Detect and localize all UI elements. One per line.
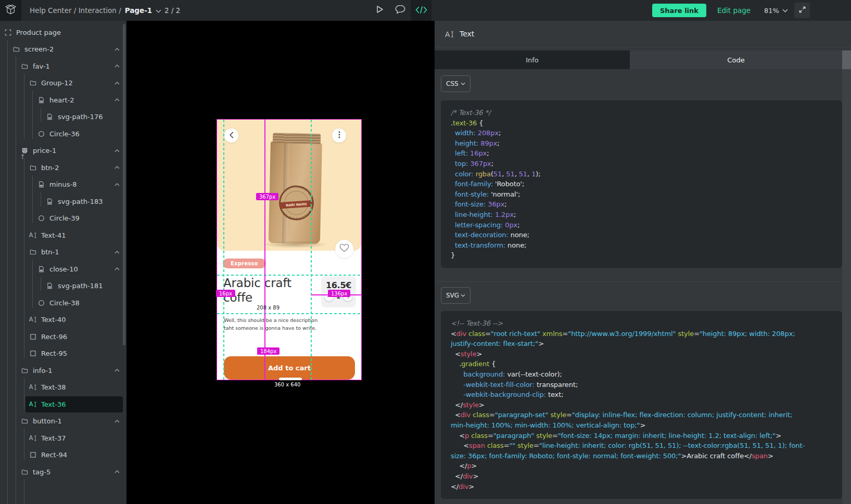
edit-page-link[interactable]: Edit page bbox=[717, 0, 751, 21]
tab-info[interactable]: Info bbox=[435, 50, 630, 69]
layer-tree: Product pagescreen-2fav-1Group-12heart-2… bbox=[0, 21, 126, 504]
fullscreen-icon bbox=[798, 6, 806, 16]
layer-item-heart-2[interactable]: heart-2 bbox=[0, 92, 126, 109]
chevron-up-icon[interactable] bbox=[115, 251, 120, 254]
measurement-bottom: 184px bbox=[257, 347, 280, 355]
chevron-up-icon[interactable] bbox=[115, 82, 120, 85]
rect-icon bbox=[29, 333, 36, 340]
tree-indent-guide bbox=[24, 158, 24, 358]
layer-label: info-1 bbox=[33, 367, 53, 374]
layer-item-circle-38[interactable]: Circle-38 bbox=[0, 294, 126, 312]
panel-scrollbar-thumb[interactable] bbox=[842, 50, 851, 69]
layer-item-rect-94[interactable]: Rect-94 bbox=[0, 447, 126, 464]
layer-label: tag-5 bbox=[33, 468, 50, 476]
inspector-header: A Text bbox=[435, 21, 851, 47]
layer-item-svg-path-176[interactable]: svg-path-176 bbox=[0, 109, 126, 126]
chevron-up-icon[interactable] bbox=[115, 166, 120, 169]
layer-item-svg-path-183[interactable]: svg-path-183 bbox=[0, 193, 126, 210]
panel-scrollbar[interactable] bbox=[842, 50, 851, 504]
layer-item-screen-2[interactable]: screen-2 bbox=[0, 41, 126, 58]
chevron-up-icon[interactable] bbox=[115, 64, 120, 68]
product-description: Well, this should be a nice description … bbox=[224, 316, 323, 332]
code-line: <span class="" style="line-height: inher… bbox=[451, 441, 832, 451]
layer-item-text-41[interactable]: AText-41 bbox=[0, 227, 126, 244]
play-button[interactable] bbox=[369, 0, 390, 21]
tree-indent-guide bbox=[32, 175, 33, 224]
home-indicator bbox=[279, 378, 302, 380]
layer-item-fav-1[interactable]: fav-1 bbox=[0, 58, 126, 75]
layer-item-text-40[interactable]: AText-40 bbox=[0, 312, 126, 329]
code-line: font-style: 'normal'; bbox=[451, 189, 832, 200]
breadcrumb[interactable]: Help Center / Interaction / Page-1 bbox=[30, 0, 161, 21]
layer-item-minus-8[interactable]: minus-8 bbox=[0, 176, 126, 193]
zoom-level-control[interactable]: 81% bbox=[764, 0, 788, 21]
css-language-dropdown[interactable]: CSS bbox=[441, 75, 471, 92]
text-icon: A bbox=[29, 231, 36, 239]
layer-item-rect-96[interactable]: Rect-96 bbox=[0, 328, 126, 345]
code-line: <!-- Text-36 --> bbox=[451, 318, 832, 329]
layer-item-btn-2[interactable]: btn-2 bbox=[0, 159, 126, 176]
measurement-top: 367px bbox=[256, 193, 278, 200]
layer-item-btn-1[interactable]: btn-1 bbox=[0, 244, 126, 261]
tree-indent-guide bbox=[24, 480, 24, 504]
comments-button[interactable] bbox=[390, 0, 411, 21]
chevron-up-icon[interactable] bbox=[115, 98, 120, 101]
tree-indent-guide bbox=[7, 40, 8, 504]
code-view-button[interactable] bbox=[411, 0, 431, 21]
tab-code[interactable]: Code bbox=[630, 50, 842, 69]
add-to-cart-button[interactable]: Add to cart bbox=[224, 356, 355, 380]
product-image: 100% ORGANIC COLOMBIAN COFFEE NARI NAHU bbox=[269, 133, 323, 246]
chevron-down-icon bbox=[461, 82, 465, 85]
layer-item-text-38[interactable]: AText-38 bbox=[0, 379, 126, 396]
topbar-tools bbox=[369, 0, 431, 21]
coffee-stamp: 100% ORGANIC COLOMBIAN COFFEE NARI NAHU bbox=[277, 184, 315, 222]
more-menu-button[interactable] bbox=[332, 128, 346, 143]
chevron-down-icon bbox=[782, 9, 788, 12]
chevron-up-icon[interactable] bbox=[115, 369, 120, 372]
layer-item-text-37[interactable]: AText-37 bbox=[0, 430, 126, 447]
chevron-up-icon[interactable] bbox=[115, 149, 120, 152]
code-line: width: 208px; bbox=[451, 128, 832, 138]
share-link-button[interactable]: Share link bbox=[652, 4, 706, 17]
chevron-up-icon[interactable] bbox=[115, 470, 120, 473]
code-line: } bbox=[451, 250, 832, 261]
sidebar-scrollbar[interactable] bbox=[123, 24, 125, 345]
layer-label: Circle-38 bbox=[49, 299, 80, 307]
canvas[interactable]: 100% ORGANIC COLOMBIAN COFFEE NARI NAHU bbox=[126, 21, 435, 504]
code-line: min-height: 100%; min-width: 100%; verti… bbox=[451, 420, 832, 431]
fullscreen-button[interactable] bbox=[794, 3, 810, 18]
layer-label: Text-40 bbox=[41, 316, 66, 324]
app-logo[interactable] bbox=[0, 0, 21, 21]
chevron-up-icon[interactable] bbox=[115, 267, 120, 270]
layer-item-circle-36[interactable]: Circle-36 bbox=[0, 125, 126, 143]
screen-dimensions-label: 360 x 640 bbox=[274, 382, 300, 387]
layer-label: fav-1 bbox=[33, 62, 50, 70]
svg-language-dropdown[interactable]: SVG bbox=[441, 287, 471, 304]
code-line: background: var(--text-color); bbox=[451, 369, 832, 380]
favorite-button[interactable] bbox=[335, 240, 353, 258]
layer-item-info-1[interactable]: info-1 bbox=[0, 362, 126, 379]
code-line: <div class="root rich-text" xmlns="http:… bbox=[451, 329, 832, 339]
layer-item-group-12[interactable]: Group-12 bbox=[0, 75, 126, 92]
product-hero: 100% ORGANIC COLOMBIAN COFFEE NARI NAHU bbox=[217, 120, 361, 251]
layer-item-product page[interactable]: Product page bbox=[0, 24, 126, 41]
chevron-up-icon[interactable] bbox=[115, 183, 120, 186]
layer-item-circle-39[interactable]: Circle-39 bbox=[0, 210, 126, 227]
layer-item-price-1[interactable]: price-1↑ bbox=[0, 143, 126, 160]
zoom-level-value: 81% bbox=[764, 7, 779, 15]
layer-item-button-1[interactable]: button-1 bbox=[0, 413, 126, 430]
chevron-down-icon[interactable] bbox=[156, 9, 161, 13]
code-line: </div> bbox=[451, 482, 832, 492]
chevron-up-icon[interactable] bbox=[115, 420, 120, 423]
code-line: .gradient { bbox=[451, 359, 832, 369]
code-line: <p class="paragraph" style="font-size: 1… bbox=[451, 431, 832, 441]
layer-item-text-36[interactable]: AText-36 bbox=[0, 396, 126, 413]
folder-icon bbox=[29, 249, 36, 256]
layer-item-tag-5[interactable]: tag-5 bbox=[0, 463, 126, 481]
code-line: justify-content: flex-start;"> bbox=[451, 339, 832, 349]
layer-item-close-10[interactable]: close-10 bbox=[0, 261, 126, 278]
chevron-up-icon[interactable] bbox=[115, 48, 120, 51]
layer-item-rect-95[interactable]: Rect-95 bbox=[0, 345, 126, 363]
back-button[interactable] bbox=[224, 128, 238, 143]
layer-item-svg-path-181[interactable]: svg-path-181 bbox=[0, 278, 126, 295]
